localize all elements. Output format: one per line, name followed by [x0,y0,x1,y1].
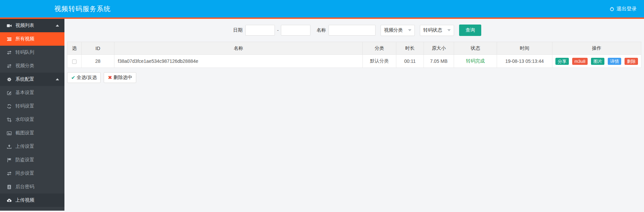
col-header-size: 原大小 [424,42,454,55]
row-id: 28 [82,55,114,68]
col-header-time: 时间 [497,42,552,55]
sidebar-item-all-videos[interactable]: 所有视频 [0,32,64,46]
refresh-icon [7,104,12,109]
sidebar-item-watermark-settings[interactable]: 水印设置 [0,113,64,126]
exchange-icon [7,50,12,55]
logout-label: 退出登录 [616,6,637,12]
table-row: 28 f38a07d3fce1ae534c987126db28884e 默认分类… [67,55,641,68]
sidebar-item-label: 水印设置 [15,117,34,123]
upload-icon [7,144,12,149]
row-time: 19-08-13 05:13:44 [497,55,552,68]
edit-icon [7,90,12,95]
select-all-button[interactable]: ✔ 全选/反选 [67,72,101,83]
date-from-input[interactable] [245,25,275,36]
name-search-input[interactable] [329,25,376,36]
sidebar-item-transcode-settings[interactable]: 转码设置 [0,99,64,113]
row-name: f38a07d3fce1ae534c987126db28884e [114,55,363,68]
col-header-actions: 操作 [552,42,641,55]
status-select[interactable]: 转码状态 [420,25,454,36]
sidebar-item-label: 转码队列 [15,49,34,55]
delete-selected-label: 删除选中 [113,75,132,81]
row-actions: 分享 m3u8 图片 详情 删除 [552,55,641,68]
crop-icon [7,117,12,122]
col-header-category: 分类 [363,42,396,55]
sidebar-section-video-list[interactable]: 视频列表 [0,19,64,32]
share-button[interactable]: 分享 [555,58,569,65]
sidebar-item-admin-password[interactable]: 后台密码 [0,180,64,194]
sidebar-item-label: 上传设置 [15,143,34,150]
sidebar-item-upload-settings[interactable]: 上传设置 [0,140,64,153]
image-icon [7,131,12,136]
category-select[interactable]: 视频分类 [381,25,415,36]
sidebar-item-label: 上传视频 [15,197,34,203]
sidebar-item-label: 防盗设置 [15,157,34,163]
id-card-icon [7,184,12,189]
sidebar-item-label: 系统配置 [15,76,34,82]
sidebar-section-system-config[interactable]: 系统配置 [0,73,64,86]
content-area: 日期 - 名称 视频分类 转码状态 查询 [64,19,644,211]
filter-bar: 日期 - 名称 视频分类 转码状态 查询 [67,19,641,42]
sidebar-item-label: 所有视频 [15,36,34,42]
row-status-badge: 转码完成 [454,55,497,68]
check-icon: ✔ [71,75,76,81]
query-button[interactable]: 查询 [459,25,481,36]
caret-up-icon [56,25,59,27]
sidebar-item-video-category[interactable]: 视频分类 [0,59,64,73]
row-size: 7.05 MB [424,55,454,68]
sidebar-item-label: 基本设置 [15,90,34,96]
image-button[interactable]: 图片 [591,58,604,65]
videocam-icon [7,23,12,28]
app-title: 视频转码服务系统 [54,4,111,13]
name-label: 名称 [316,27,326,33]
sidebar-item-label: 转码设置 [15,103,34,109]
delete-button[interactable]: 删除 [625,58,638,65]
top-header: 视频转码服务系统 退出登录 [0,0,644,19]
sidebar-item-screenshot-settings[interactable]: 截图设置 [0,126,64,140]
category-select-value: 视频分类 [384,27,403,33]
sidebar-item-transcode-queue[interactable]: 转码队列 [0,46,64,59]
col-header-name: 名称 [114,42,363,55]
sidebar-item-label: 同步设置 [15,170,34,176]
date-to-input[interactable] [281,25,310,36]
power-icon [609,6,614,11]
delete-selected-button[interactable]: ✖ 删除选中 [104,72,136,83]
exchange-icon [7,171,12,176]
video-table: 选 ID 名称 分类 时长 原大小 状态 时间 操作 28 f38a07d3fc… [67,42,641,68]
sidebar-item-upload-video[interactable]: 上传视频 [0,194,64,207]
list-icon [7,37,12,42]
x-icon: ✖ [108,75,112,81]
gear-icon [7,77,12,82]
date-range-separator: - [277,28,279,33]
details-button[interactable]: 详情 [608,58,621,65]
cloud-upload-icon [7,198,12,203]
col-header-status: 状态 [454,42,497,55]
row-checkbox[interactable] [72,59,77,64]
row-duration: 00:11 [396,55,424,68]
sidebar-item-antitheft-settings[interactable]: 防盗设置 [0,153,64,167]
sidebar-item-label: 后台密码 [15,184,34,190]
col-header-select: 选 [67,42,82,55]
bulk-action-bar: ✔ 全选/反选 ✖ 删除选中 [67,72,641,83]
sidebar-item-label: 视频分类 [15,63,34,69]
sidebar-item-label: 截图设置 [15,130,34,136]
status-select-value: 转码状态 [423,27,442,33]
exchange-icon [7,63,12,69]
logout-button[interactable]: 退出登录 [609,6,637,12]
col-header-duration: 时长 [396,42,424,55]
sidebar-item-label: 视频列表 [15,23,34,29]
select-all-label: 全选/反选 [77,75,97,81]
col-header-id: ID [82,42,114,55]
main-layout: 视频列表 所有视频 转码队列 视频分类 [0,19,644,211]
chevron-down-icon [447,29,451,31]
caret-up-icon [56,78,59,80]
row-category: 默认分类 [363,55,396,68]
date-label: 日期 [233,27,243,33]
sidebar-item-sync-settings[interactable]: 同步设置 [0,167,64,180]
m3u8-button[interactable]: m3u8 [572,58,588,65]
table-header-row: 选 ID 名称 分类 时长 原大小 状态 时间 操作 [67,42,641,55]
sidebar-item-basic-settings[interactable]: 基本设置 [0,86,64,99]
chevron-down-icon [408,29,411,31]
sidebar: 视频列表 所有视频 转码队列 视频分类 [0,19,64,211]
flag-icon [7,158,12,163]
